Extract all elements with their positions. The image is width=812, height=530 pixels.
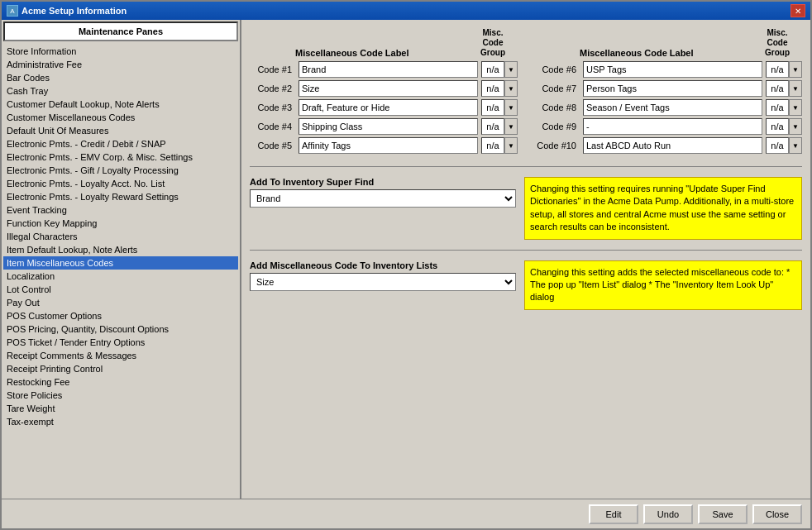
left-misc-input-4[interactable] [481, 137, 504, 154]
add-super-find-dropdown[interactable]: BrandSizeDraft, Feature or HideShipping … [250, 189, 516, 208]
sidebar-item-4[interactable]: Customer Default Lookup, Note Alerts [3, 98, 238, 111]
add-misc-code-label: Add Miscellaneous Code To Inventory List… [250, 260, 516, 270]
left-code-input-2[interactable] [299, 99, 478, 116]
left-code-row-4: Code #5 ▼ [250, 137, 518, 154]
main-window: A Acme Setup Information ✕ Maintenance P… [0, 0, 812, 530]
left-code-input-4[interactable] [299, 137, 478, 154]
add-misc-code-info: Changing this setting adds the selected … [524, 260, 802, 310]
right-code-input-4[interactable] [583, 137, 762, 154]
right-misc-input-2[interactable] [766, 99, 789, 116]
left-codes-section: Miscellaneous Code Label Misc. Code Grou… [250, 28, 518, 156]
close-icon[interactable]: ✕ [791, 4, 805, 17]
right-misc-input-1[interactable] [766, 80, 789, 97]
sidebar-item-1[interactable]: Administrative Fee [3, 58, 238, 71]
left-misc-input-0[interactable] [481, 61, 504, 78]
left-code-id-3: Code #4 [250, 122, 295, 131]
left-code-row-3: Code #4 ▼ [250, 118, 518, 135]
right-misc-dropdown-3[interactable]: ▼ [789, 118, 802, 135]
left-misc-group-4: ▼ [481, 137, 518, 154]
add-super-find-info: Changing this setting requires running "… [524, 177, 802, 240]
right-misc-dropdown-1[interactable]: ▼ [789, 80, 802, 97]
left-misc-input-1[interactable] [481, 80, 504, 97]
sidebar-item-11[interactable]: Electronic Pmts. - Loyalty Reward Settin… [3, 190, 238, 203]
right-code-input-1[interactable] [583, 80, 762, 97]
sidebar-item-3[interactable]: Cash Tray [3, 84, 238, 98]
right-code-input-0[interactable] [583, 61, 762, 78]
left-codes-header: Miscellaneous Code Label Misc. Code Grou… [250, 28, 518, 58]
sidebar-item-6[interactable]: Default Unit Of Measures [3, 124, 238, 137]
sidebar-item-26[interactable]: Store Policies [3, 389, 238, 402]
left-code-id-1: Code #2 [250, 84, 295, 93]
right-code-row-1: Code #7 ▼ [534, 80, 802, 97]
sidebar-item-8[interactable]: Electronic Pmts. - EMV Corp. & Misc. Set… [3, 150, 238, 164]
left-misc-input-2[interactable] [481, 99, 504, 116]
right-header-label: Miscellaneous Code Label [580, 48, 752, 58]
sidebar-item-5[interactable]: Customer Miscellaneous Codes [3, 111, 238, 124]
sidebar-item-9[interactable]: Electronic Pmts. - Gift / Loyalty Proces… [3, 164, 238, 177]
sidebar-item-12[interactable]: Event Tracking [3, 203, 238, 217]
right-code-input-3[interactable] [583, 118, 762, 135]
sidebar-item-16[interactable]: Item Miscellaneous Codes [3, 256, 238, 270]
right-misc-input-4[interactable] [766, 137, 789, 154]
sidebar-item-23[interactable]: Receipt Comments & Messages [3, 349, 238, 362]
sidebar: Maintenance Panes Store InformationAdmin… [2, 20, 241, 499]
sidebar-item-14[interactable]: Illegal Characters [3, 230, 238, 243]
right-misc-dropdown-2[interactable]: ▼ [789, 99, 802, 116]
add-super-find-section: Add To Inventory Super Find BrandSizeDra… [250, 177, 802, 240]
right-code-row-2: Code #8 ▼ [534, 99, 802, 116]
sidebar-item-17[interactable]: Localization [3, 270, 238, 283]
save-button[interactable]: Save [698, 504, 748, 524]
sidebar-list: Store InformationAdministrative FeeBar C… [2, 43, 240, 499]
right-header-misc: Misc. Code Group [752, 28, 802, 58]
left-misc-dropdown-0[interactable]: ▼ [504, 61, 518, 78]
left-misc-input-3[interactable] [481, 118, 504, 135]
left-code-input-1[interactable] [299, 80, 478, 97]
right-code-id-0: Code #6 [534, 64, 580, 74]
right-misc-input-0[interactable] [766, 61, 789, 78]
sidebar-item-28[interactable]: Tax-exempt [3, 415, 238, 428]
divider-1 [250, 166, 802, 167]
add-misc-code-dropdown[interactable]: BrandSizeDraft, Feature or HideShipping … [250, 273, 516, 291]
left-code-input-0[interactable] [299, 61, 478, 78]
left-misc-dropdown-3[interactable]: ▼ [504, 118, 518, 135]
close-button[interactable]: Close [752, 504, 802, 524]
sidebar-item-19[interactable]: Pay Out [3, 296, 238, 309]
left-code-row-1: Code #2 ▼ [250, 80, 518, 97]
right-code-input-2[interactable] [583, 99, 762, 116]
sidebar-item-2[interactable]: Bar Codes [3, 71, 238, 84]
left-code-input-3[interactable] [299, 118, 478, 135]
right-misc-dropdown-0[interactable]: ▼ [789, 61, 802, 78]
sidebar-item-22[interactable]: POS Ticket / Tender Entry Options [3, 336, 238, 349]
title-bar-left: A Acme Setup Information [7, 5, 127, 17]
codes-container: Miscellaneous Code Label Misc. Code Grou… [250, 28, 802, 156]
left-misc-dropdown-2[interactable]: ▼ [504, 99, 518, 116]
sidebar-item-24[interactable]: Receipt Printing Control [3, 362, 238, 375]
undo-button[interactable]: Undo [643, 504, 693, 524]
right-misc-input-3[interactable] [766, 118, 789, 135]
sidebar-item-25[interactable]: Restocking Fee [3, 375, 238, 389]
left-misc-group-1: ▼ [481, 80, 518, 97]
left-code-row-2: Code #3 ▼ [250, 99, 518, 116]
sidebar-item-27[interactable]: Tare Weight [3, 402, 238, 415]
left-codes-rows: Code #1 ▼ Code #2 ▼ Code #3 ▼ Code #4 [250, 61, 518, 154]
left-misc-dropdown-1[interactable]: ▼ [504, 80, 518, 97]
right-code-row-0: Code #6 ▼ [534, 61, 802, 78]
left-code-id-0: Code #1 [250, 64, 295, 74]
edit-button[interactable]: Edit [589, 504, 638, 524]
sidebar-item-0[interactable]: Store Information [3, 45, 238, 58]
left-code-row-0: Code #1 ▼ [250, 61, 518, 78]
sidebar-item-21[interactable]: POS Pricing, Quantity, Discount Options [3, 322, 238, 336]
sidebar-item-10[interactable]: Electronic Pmts. - Loyalty Acct. No. Lis… [3, 177, 238, 190]
sidebar-item-18[interactable]: Lot Control [3, 283, 238, 296]
sidebar-item-15[interactable]: Item Default Lookup, Note Alerts [3, 243, 238, 256]
left-code-id-2: Code #3 [250, 103, 295, 112]
left-misc-group-2: ▼ [481, 99, 518, 116]
right-codes-rows: Code #6 ▼ Code #7 ▼ Code #8 ▼ Code #9 [534, 61, 802, 154]
left-misc-dropdown-4[interactable]: ▼ [504, 137, 518, 154]
sidebar-item-20[interactable]: POS Customer Options [3, 309, 238, 322]
right-code-id-2: Code #8 [534, 103, 580, 112]
sidebar-item-13[interactable]: Function Key Mapping [3, 217, 238, 230]
right-misc-dropdown-4[interactable]: ▼ [789, 137, 802, 154]
sidebar-item-7[interactable]: Electronic Pmts. - Credit / Debit / SNAP [3, 137, 238, 150]
right-code-id-1: Code #7 [534, 84, 580, 93]
